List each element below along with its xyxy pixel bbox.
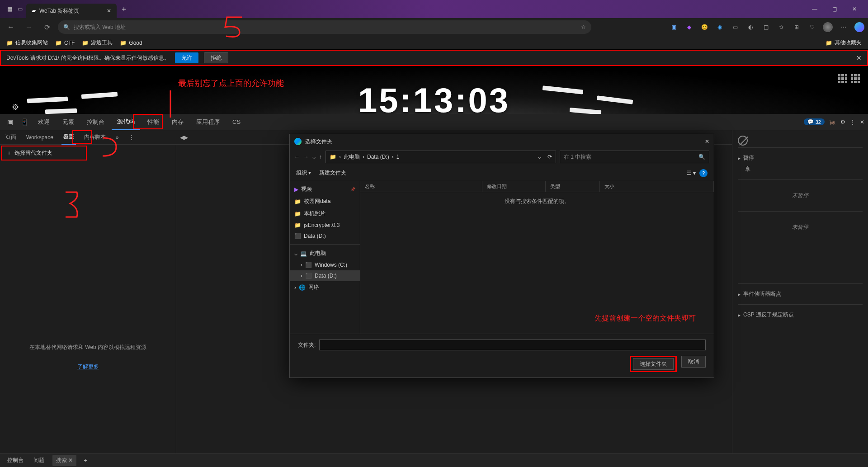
- extension-icon-2[interactable]: ◆: [684, 23, 693, 32]
- view-mode-icon[interactable]: ☰ ▾: [687, 170, 696, 176]
- nav-forward-icon[interactable]: →: [303, 154, 309, 160]
- toggle-navigator-icon[interactable]: ◀▶: [180, 134, 188, 141]
- sidebar-item-thispc[interactable]: ⌵💻此电脑: [290, 247, 360, 259]
- drawer-tab-search[interactable]: 搜索 ✕: [52, 455, 76, 466]
- sidebar-item[interactable]: ⬛Data (D:): [290, 231, 360, 241]
- toolbar-icon-2[interactable]: ◐: [746, 23, 755, 32]
- window-minimize[interactable]: —: [805, 6, 825, 12]
- issues-badge[interactable]: 💬32: [804, 118, 825, 125]
- dialog-close-icon[interactable]: ✕: [705, 138, 709, 145]
- sidebar-item-videos[interactable]: ▶视频: [290, 183, 360, 195]
- extension-icon-3[interactable]: 😊: [700, 23, 709, 32]
- deny-button[interactable]: 拒绝: [204, 52, 228, 63]
- inspect-icon[interactable]: ▣: [4, 118, 16, 126]
- bug-icon[interactable]: 🦗: [829, 119, 836, 125]
- folder-icon: 📁: [55, 40, 62, 46]
- tab-application[interactable]: 应用程序: [191, 114, 225, 130]
- other-bookmarks[interactable]: 📁其他收藏夹: [826, 39, 862, 47]
- learn-more-link[interactable]: 了解更多: [77, 363, 99, 370]
- favorites-icon[interactable]: ✩: [777, 23, 786, 32]
- sidebar-item-network[interactable]: ›🌐网络: [290, 281, 360, 293]
- subtab-more[interactable]: »: [114, 134, 121, 141]
- bookmark-folder[interactable]: 📁信息收集网站: [6, 39, 48, 47]
- not-paused-text: 未暂停: [738, 216, 863, 238]
- chevron-right-icon[interactable]: ▸: [738, 155, 741, 161]
- menu-icon[interactable]: ⋯: [839, 23, 848, 32]
- nav-refresh-icon[interactable]: ⟳: [40, 23, 54, 32]
- sidebar-item[interactable]: 📁jsEncrypter.0.3: [290, 220, 360, 231]
- copilot-icon[interactable]: [854, 22, 864, 32]
- add-drawer-tab-icon[interactable]: ＋: [83, 457, 88, 464]
- drawer-tab-console[interactable]: 控制台: [5, 457, 25, 464]
- sources-subtab-row: 页面 Workspace 覆盖 内容脚本 » ⋮: [0, 130, 176, 145]
- tab-welcome[interactable]: 欢迎: [33, 114, 55, 130]
- dialog-empty-message: 没有与搜索条件匹配的项。: [360, 192, 714, 211]
- subtab-page[interactable]: 页面: [4, 133, 18, 141]
- folder-name-input[interactable]: [319, 340, 706, 350]
- pause-section[interactable]: 暂停: [743, 154, 754, 162]
- tab-elements[interactable]: 元素: [57, 114, 80, 130]
- heart-icon[interactable]: ♡: [807, 23, 816, 32]
- collections-icon[interactable]: ⊞: [792, 23, 801, 32]
- extension-icon-4[interactable]: ◉: [715, 23, 724, 32]
- sidebar-item[interactable]: ›⬛Windows (C:): [290, 259, 360, 270]
- sidebar-item[interactable]: 📁本机照片: [290, 208, 360, 220]
- nav-up-icon[interactable]: ↑: [319, 154, 322, 160]
- settings-gear-icon[interactable]: ⚙: [12, 102, 19, 112]
- block-eye-icon[interactable]: [738, 136, 748, 146]
- breadcrumb[interactable]: 📁 › 此电脑› Data (D:)› 1 ⌵ ⟳: [326, 151, 556, 163]
- select-override-folder-button[interactable]: ＋ 选择替代文件夹: [1, 146, 87, 160]
- devtools-tab-row: ▣ 📱 欢迎 元素 控制台 源代码 性能 内存 应用程序 CS 💬32 🦗 ⚙ …: [0, 114, 868, 130]
- nav-forward-icon: →: [22, 23, 36, 31]
- allow-button[interactable]: 允许: [175, 52, 198, 63]
- sidebar-item-selected[interactable]: ›⬛Data (D:): [290, 270, 360, 281]
- help-icon[interactable]: ?: [699, 169, 708, 177]
- new-tab-button[interactable]: ＋: [120, 5, 127, 14]
- window-close[interactable]: ✕: [844, 6, 864, 12]
- more-icon[interactable]: ⋮: [850, 119, 855, 125]
- bookmark-folder[interactable]: 📁渗透工具: [82, 39, 113, 47]
- browser-tab[interactable]: ▰ WeTab 新标签页 ✕: [26, 4, 117, 18]
- infobar-close-icon[interactable]: ✕: [856, 54, 862, 61]
- subtab-workspace[interactable]: Workspace: [24, 134, 55, 141]
- tabs-icon[interactable]: ▭: [18, 6, 23, 12]
- cancel-button[interactable]: 取消: [681, 356, 706, 368]
- nav-back-icon[interactable]: ←: [4, 23, 18, 31]
- nav-back-icon[interactable]: ←: [294, 154, 300, 160]
- settings-icon[interactable]: ⚙: [840, 119, 845, 125]
- url-input[interactable]: 🔍 搜索或输入 Web 地址 ☆: [58, 20, 591, 34]
- tab-css-overview[interactable]: CS: [227, 114, 246, 130]
- subtab-menu-icon[interactable]: ⋮: [127, 134, 136, 141]
- chevron-right-icon[interactable]: ▸: [738, 312, 741, 318]
- workspace-icon[interactable]: ▦: [7, 6, 12, 12]
- event-breakpoints-section[interactable]: 事件侦听器断点: [743, 290, 781, 298]
- chevron-down-icon[interactable]: ⌵: [538, 154, 541, 160]
- close-devtools-icon[interactable]: ✕: [860, 119, 864, 125]
- drawer-tab-issues[interactable]: 问题: [32, 457, 46, 464]
- dialog-search-input[interactable]: 在 1 中搜索 🔍: [560, 151, 709, 163]
- new-folder-button[interactable]: 新建文件夹: [319, 169, 346, 177]
- close-tab-icon[interactable]: ✕: [107, 8, 111, 14]
- toolbar-icon-1[interactable]: ▭: [731, 23, 740, 32]
- sidebar-item[interactable]: 📁校园网data: [290, 195, 360, 208]
- extension-icon-1[interactable]: ▣: [669, 23, 678, 32]
- device-toggle-icon[interactable]: 📱: [18, 118, 31, 126]
- plus-icon: ＋: [6, 149, 12, 157]
- refresh-icon[interactable]: ⟳: [547, 154, 552, 160]
- profile-avatar[interactable]: [823, 22, 833, 32]
- tab-memory[interactable]: 内存: [166, 114, 189, 130]
- window-maximize[interactable]: ▢: [825, 6, 844, 12]
- chevron-right-icon[interactable]: ▸: [738, 291, 741, 297]
- organize-menu[interactable]: 组织 ▾: [296, 169, 311, 177]
- nav-recent-icon[interactable]: ⌵: [312, 154, 316, 160]
- dialog-columns[interactable]: 名称 修改日期 类型 大小: [360, 181, 714, 192]
- bookmark-folder[interactable]: 📁CTF: [55, 40, 75, 46]
- bookmark-folder[interactable]: 📁Good: [120, 40, 142, 46]
- layout-grid-icons[interactable]: [838, 74, 860, 83]
- dialog-title: 选择文件夹: [305, 138, 332, 146]
- split-screen-icon[interactable]: ◫: [761, 23, 770, 32]
- favorite-star-icon[interactable]: ☆: [581, 24, 586, 30]
- csp-breakpoints-section[interactable]: CSP 违反了规定断点: [743, 311, 794, 319]
- tab-console[interactable]: 控制台: [81, 114, 110, 130]
- select-folder-button[interactable]: 选择文件夹: [633, 358, 674, 370]
